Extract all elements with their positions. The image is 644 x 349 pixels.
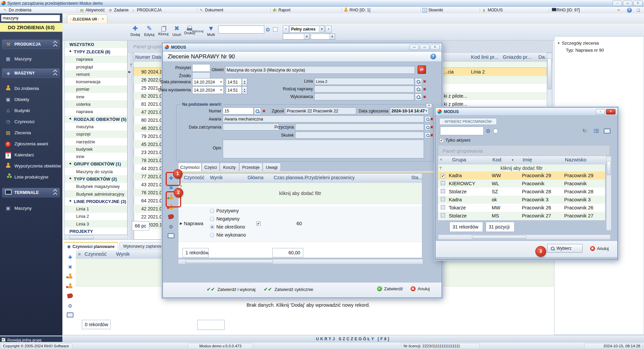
range-next-button[interactable]: › [325, 26, 332, 33]
tree-item[interactable]: ▶ naprawa [65, 56, 127, 63]
tree-item[interactable]: ▶ narzędzie [65, 138, 127, 145]
gear-icon[interactable]: ⚙ [168, 223, 174, 230]
wykonawca-field[interactable] [314, 93, 414, 100]
tree-item[interactable]: ▶ inne [65, 153, 127, 160]
delete-icon[interactable]: ✖ [67, 264, 73, 270]
dialog-maximize-button[interactable]: ▭ [420, 45, 429, 50]
sidebar-item[interactable]: ▣ Maszyny [5, 204, 61, 212]
tree-item[interactable]: ▶ maszyna [65, 123, 127, 130]
dialog2-restore-button[interactable]: ▫ [596, 109, 605, 114]
rodzaj-clear-icon[interactable]: ✖ [423, 87, 426, 92]
col-kod[interactable]: Kod [492, 157, 501, 162]
tree-item[interactable]: ▶ usterka [65, 100, 127, 108]
time-spinner-2[interactable]: ▲▼ [242, 86, 247, 94]
menu-produkcja[interactable]: ⌂PRODUKCJA [131, 7, 162, 13]
maximize-button[interactable]: ▭ [623, 1, 632, 6]
tree-item[interactable]: ▶ Linia 2 [65, 213, 127, 220]
awaria-clear-icon[interactable]: ✖ [430, 117, 433, 121]
time-spinner[interactable]: ▲▼ [242, 78, 247, 86]
expand-one-group-checkbox[interactable] [2, 338, 5, 342]
column-gniazdo[interactable]: Gniazdo pr... [503, 54, 531, 60]
czas-wystawienia-field[interactable]: 14:51 [226, 86, 242, 94]
employees-grid-header[interactable]: ✳ Grupa Kod ▼ Imię Nazwisko [438, 156, 610, 165]
sidebar-item-budynki[interactable]: ⌂Budynki [5, 106, 61, 115]
range-combo[interactable]: Pełny zakres▼ [289, 26, 325, 33]
tab-uwagi[interactable]: Uwagi [263, 163, 281, 172]
tree-item[interactable]: ▶ PROJEKTY [65, 228, 127, 235]
employees-hscrollbar[interactable] [438, 235, 610, 240]
tree-expand-icon[interactable]: ▶ [69, 162, 72, 166]
tree-expand-icon[interactable]: ▶ [69, 50, 72, 54]
search-options-checkbox[interactable] [493, 129, 498, 133]
linia-clear-icon[interactable]: ✖ [423, 79, 426, 84]
radio-nie-okreslono[interactable]: Nie określono [210, 224, 245, 230]
employee-row[interactable]: Stolarze SZ Pracownik 28 Pracownik 28 [438, 188, 605, 196]
rodzaj-lookup-button[interactable] [415, 86, 422, 93]
employees-filter-row[interactable]: kliknij aby dodać filtr [438, 164, 605, 172]
wykonawca-lookup-button[interactable] [415, 94, 422, 101]
column-czynnosc[interactable]: Czynność [85, 251, 107, 257]
sidebar-item-linie-produkcyjne[interactable]: Linie produkcyjne [5, 172, 61, 181]
sidebar-item-zgloszenia-awarii[interactable]: !Zgłoszenia awarii [5, 139, 61, 148]
tree-item[interactable]: ▶ osprzęt [65, 131, 127, 138]
employee-row[interactable]: KIEROWCY WL Pracownik Pracownik [438, 180, 605, 188]
czas-planowany-field[interactable]: 14:51 [226, 78, 242, 86]
tree-item[interactable]: ▶ remont [65, 70, 127, 78]
details-title[interactable]: Szczegóły zlecenia [562, 41, 599, 46]
range-prev-button[interactable]: ‹ [283, 26, 289, 33]
group-panel[interactable]: Panel grupowania [438, 145, 610, 156]
data-planowana-field[interactable]: 14.10.2024▼ [192, 78, 224, 86]
menu-help-button[interactable]: ? [627, 7, 632, 13]
przyczyna-clear-icon[interactable]: ✖ [430, 125, 433, 130]
sidebar-item-kalendarz[interactable]: 1Kalendarz [5, 150, 61, 159]
column-kod-linii[interactable]: Kod linii pr... [471, 54, 498, 60]
tree-item[interactable]: ▶ pomiar [65, 86, 127, 93]
obiekt-field[interactable]: Maszyna do szycia 3 (Maszyna do szycia) [225, 66, 415, 74]
col-nazwisko[interactable]: Nazwisko [565, 157, 586, 162]
row-checkbox[interactable] [441, 205, 445, 210]
book-icon[interactable] [168, 214, 174, 220]
col-sta[interactable]: Sta... [411, 175, 422, 180]
todo-banner[interactable]: DO ZROBIENIA (63) [0, 23, 62, 32]
klonuj-button[interactable]: Klonuj [157, 25, 170, 39]
glowna-checkbox[interactable] [256, 221, 261, 226]
filter-combo-1[interactable]: ▼ [283, 34, 310, 40]
linia-field[interactable]: Linia 2 [314, 78, 414, 85]
grid-hscrollbar[interactable] [178, 259, 423, 264]
add-person-icon[interactable]: ✚ [67, 273, 73, 280]
tab-czesci[interactable]: Części [202, 163, 220, 172]
zatwierdz-button[interactable]: ✔Zatwierdź [377, 286, 403, 291]
przyczyna-field[interactable] [295, 123, 424, 131]
sidebar-item[interactable]: ▦ Maszyny [5, 54, 61, 63]
row-checkbox[interactable] [441, 173, 445, 178]
row-checkbox[interactable] [441, 213, 445, 218]
employee-row[interactable]: Stolarze MS Pracownik 27 Pracownik 27 [438, 212, 605, 220]
grid-filter-area[interactable]: kliknij aby dodać filtr [178, 183, 422, 204]
menu-slowniki[interactable]: 1Słowniki [423, 7, 443, 13]
menu-rho-97[interactable]: RHO [ID: 97] [551, 7, 580, 13]
data-zgloszenia-field[interactable]: 2024-10-14 14:47▼ [390, 107, 429, 114]
monitor-icon[interactable] [168, 233, 174, 240]
data-wystawienia-field[interactable]: 14.10.2024▼ [192, 86, 224, 94]
tab-koszty[interactable]: Koszty [220, 163, 239, 172]
col-wynik[interactable]: Wynik [210, 175, 223, 180]
dialog2-titlebar[interactable]: MODUS ▫ ✕ [435, 108, 618, 116]
col-grupa[interactable]: Grupa [452, 157, 466, 162]
list-icon[interactable] [594, 129, 599, 134]
menu-ink-button[interactable]: ✒ [616, 7, 621, 13]
row-checkbox[interactable] [441, 197, 445, 202]
only-active-checkbox[interactable]: Tylko aktywni [439, 138, 470, 143]
details-item[interactable]: Typ: Naprawa nr 90 [554, 46, 644, 53]
menu-do-zrobienia[interactable]: ✎Do zrobienia [3, 7, 31, 13]
sidebar-item-czynnosci[interactable]: ◷Czynności [5, 117, 61, 126]
tree-item[interactable]: ▶ inne [65, 93, 127, 100]
sidebar-item-wypozyczenia[interactable]: Wypożyczenia obiektów [5, 161, 61, 170]
tree-item[interactable]: ▶ LINIE PRODUKCYJNE (3) [65, 198, 127, 205]
row-checkbox[interactable] [441, 189, 445, 194]
tab-close-icon[interactable]: ✕ [101, 17, 104, 21]
menu-modus[interactable]: ▮MODUS [482, 7, 503, 13]
toolbar-checkbox[interactable] [273, 27, 277, 32]
add-icon[interactable]: ✚ [67, 254, 73, 261]
opis-field[interactable] [223, 140, 424, 158]
skutek-clear-icon[interactable]: ✖ [430, 133, 433, 138]
